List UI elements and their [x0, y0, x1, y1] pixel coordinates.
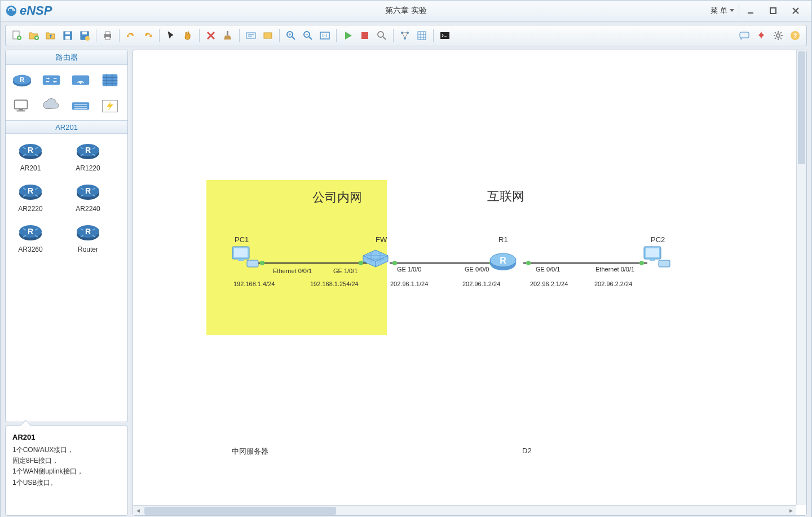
close-button[interactable]	[784, 3, 807, 19]
shape-tool-button[interactable]	[260, 28, 276, 43]
pc-icon[interactable]	[642, 244, 671, 269]
firewall-icon[interactable]	[361, 248, 390, 273]
maximize-button[interactable]	[762, 3, 784, 19]
device-item-ar201[interactable]: R AR201	[10, 139, 51, 172]
print-button[interactable]	[100, 28, 116, 43]
svg-rect-66	[238, 259, 244, 261]
port-label: GE 0/0/1	[536, 266, 560, 273]
main-menu-button[interactable]: 菜 单	[706, 3, 739, 18]
huawei-button[interactable]	[753, 28, 769, 43]
save-as-icon	[79, 30, 90, 41]
link-fw-r1[interactable]	[390, 262, 500, 264]
save-button[interactable]	[60, 28, 76, 43]
pointer-tool-button[interactable]	[163, 28, 179, 43]
open-topo-button[interactable]	[26, 28, 42, 43]
svg-point-30	[776, 34, 780, 37]
device-item-ar3260[interactable]: R AR3260	[10, 221, 51, 253]
scroll-left-icon: ◄	[133, 506, 143, 516]
device-item-router[interactable]: R Router	[68, 221, 108, 253]
open-button[interactable]	[43, 28, 59, 43]
router-device-icon: R	[75, 139, 101, 161]
text-box-icon	[245, 30, 257, 41]
port-label: GE 0/0/0	[465, 266, 489, 273]
link-dot	[392, 261, 397, 265]
minimize-button[interactable]	[739, 3, 762, 19]
document-title: 第六章 实验	[385, 6, 427, 16]
node-label-fw: FW	[376, 235, 387, 244]
svg-rect-41	[19, 109, 23, 111]
svg-point-11	[85, 36, 90, 41]
port-label: GE 1/0/0	[397, 266, 421, 273]
category-cloud[interactable]	[39, 95, 63, 116]
device-item-ar1220[interactable]: R AR1220	[68, 139, 108, 172]
pointer-icon	[165, 30, 176, 41]
help-button[interactable]: ?	[787, 28, 803, 43]
redo-button[interactable]	[140, 28, 156, 43]
svg-rect-39	[103, 75, 118, 86]
settings-button[interactable]	[770, 28, 786, 43]
port-label: Ethernet 0/0/1	[595, 266, 634, 273]
router-node-icon[interactable]: R	[488, 248, 518, 273]
canvas-vertical-scrollbar[interactable]	[796, 50, 806, 505]
device-info-panel: AR201 1个CON/AUX接口， 固定8FE接口， 1个WAN侧uplink…	[5, 426, 128, 516]
port-label: Ethernet 0/0/1	[273, 268, 312, 274]
device-label: AR2240	[76, 205, 100, 213]
partial-label-right: D2	[522, 446, 532, 455]
canvas-horizontal-scrollbar[interactable]: ◄ ►	[133, 505, 796, 515]
save-icon	[62, 30, 73, 41]
category-firewall[interactable]	[98, 69, 122, 90]
save-as-button[interactable]	[77, 28, 92, 43]
info-title: AR201	[12, 433, 121, 441]
category-pc[interactable]	[10, 95, 34, 116]
link-r1-pc2[interactable]	[523, 262, 647, 264]
window-controls: 菜 单	[706, 3, 807, 19]
category-wlan[interactable]	[69, 69, 92, 90]
node-label-pc2: PC2	[651, 235, 665, 244]
print-icon	[102, 30, 113, 41]
start-button[interactable]	[340, 28, 356, 43]
zoom-fit-button[interactable]: 1:1	[317, 28, 333, 43]
message-icon	[739, 30, 750, 41]
help-icon: ?	[789, 30, 801, 41]
svg-text:R: R	[85, 186, 91, 195]
grid-button[interactable]	[414, 28, 430, 43]
new-file-icon	[11, 30, 23, 41]
broom-button[interactable]	[220, 28, 236, 43]
layout-button[interactable]	[397, 28, 413, 43]
svg-rect-64	[234, 248, 248, 257]
svg-rect-28	[440, 32, 449, 39]
zoom-out-button[interactable]	[300, 28, 316, 43]
minimize-icon	[747, 7, 754, 15]
zoom-in-icon	[285, 30, 297, 41]
link-pc1-fw[interactable]	[257, 262, 367, 264]
ip-label: 192.168.1.4/24	[233, 281, 275, 287]
maximize-icon	[769, 7, 777, 15]
svg-text:R: R	[20, 76, 24, 83]
device-item-ar2220[interactable]: R AR2220	[10, 180, 51, 213]
svg-rect-29	[740, 32, 749, 38]
pan-tool-button[interactable]	[180, 28, 196, 43]
category-other[interactable]	[98, 95, 122, 116]
category-switch[interactable]	[39, 69, 63, 90]
device-label: AR1220	[76, 164, 100, 172]
scrollbar-thumb[interactable]	[144, 507, 336, 515]
cli-button[interactable]	[437, 28, 453, 43]
switch-category-icon	[41, 71, 62, 89]
undo-button[interactable]	[123, 28, 139, 43]
capture-button[interactable]	[374, 28, 390, 43]
category-router[interactable]: R	[10, 69, 34, 90]
zoom-in-button[interactable]	[283, 28, 299, 43]
router-device-icon: R	[17, 139, 43, 161]
broom-icon	[222, 30, 233, 41]
wlan-category-icon	[70, 71, 91, 89]
text-tool-button[interactable]	[243, 28, 259, 43]
topology-canvas[interactable]: 公司内网 互联网 PC1 FW	[133, 50, 806, 515]
category-connection[interactable]	[69, 95, 92, 116]
delete-button[interactable]	[203, 28, 219, 43]
pc-icon[interactable]	[230, 244, 259, 269]
new-topo-button[interactable]	[9, 28, 25, 43]
device-label: AR201	[20, 164, 41, 172]
stop-button[interactable]	[357, 28, 373, 43]
message-button[interactable]	[736, 28, 752, 43]
device-item-ar2240[interactable]: R AR2240	[68, 180, 108, 213]
